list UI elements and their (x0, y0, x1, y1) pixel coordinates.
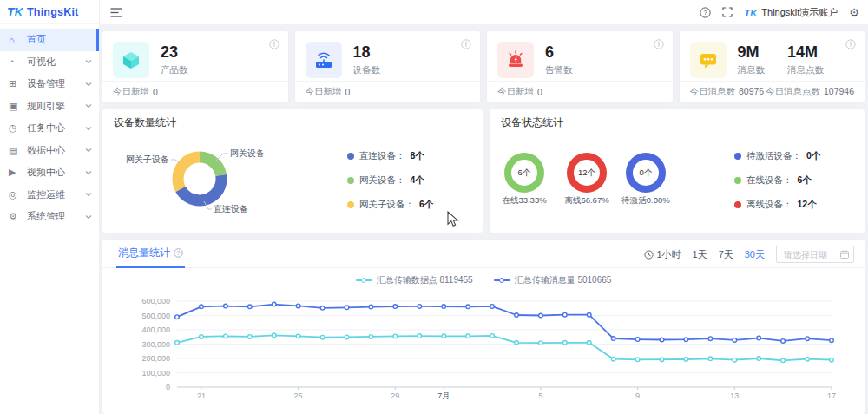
legend-dot (734, 153, 741, 160)
status-ring-0[interactable]: 6个 在线33.33% (504, 153, 544, 207)
sidebar-item-monitor-ops[interactable]: ◎ 监控运维 (0, 184, 99, 207)
info-icon[interactable] (654, 39, 664, 49)
device-count-donut-chart[interactable]: 网关设备直连设备网关子设备 (102, 135, 483, 232)
sidebar-item-visualization[interactable]: ◔ 可视化 (0, 51, 99, 74)
footer-label: 今日新增 (497, 86, 534, 98)
status-ring-2[interactable]: 0个 待激活0.00% (626, 153, 666, 207)
svg-text:17: 17 (827, 391, 836, 400)
svg-text:400,000: 400,000 (141, 325, 170, 334)
collapse-menu-icon[interactable] (110, 8, 122, 17)
calendar-icon (840, 250, 849, 259)
tab-message-stats[interactable]: 消息量统计 ? (116, 239, 185, 268)
thingskit-logo-icon-small: TK (744, 7, 757, 18)
filter-1天[interactable]: 1天 (693, 248, 707, 261)
svg-text:13: 13 (730, 391, 739, 400)
sidebar-item-video-center[interactable]: ▶ 视频中心 (0, 161, 99, 184)
svg-text:0: 0 (166, 383, 170, 391)
question-circle-icon: ? (174, 248, 183, 258)
footer-value: 0 (537, 87, 542, 97)
gear-icon[interactable]: ⚙ (849, 7, 859, 18)
message-line-chart[interactable]: 0100,000200,000300,000400,000500,000600,… (102, 285, 865, 411)
sidebar-item-task-center[interactable]: ◷ 任务中心 (0, 117, 99, 140)
legend-item[interactable]: 网关子设备：6个 (347, 199, 433, 211)
footer-value: 80976 (739, 86, 764, 96)
sidebar-menu: ⌂ 首页◔ 可视化⊞ 设备管理▣ 规则引擎◷ 任务中心▤ 数据中心▶ 视频中心◎… (0, 24, 99, 228)
devices-count: 18 (353, 43, 381, 62)
gateway-icon (306, 42, 342, 78)
filter-7天[interactable]: 7天 (719, 248, 733, 261)
account-menu[interactable]: TK Thingskit演示账户 (744, 6, 838, 19)
svg-text:?: ? (177, 250, 181, 256)
sidebar-item-system-management[interactable]: ⚙ 系统管理 (0, 206, 99, 228)
legend-item[interactable]: 在线设备：6个 (734, 174, 812, 187)
visualization-icon: ◔ (9, 56, 23, 67)
card-devices: 18 设备数 今日新增0 (295, 31, 481, 102)
chevron-down-icon (85, 148, 92, 153)
svg-text:9: 9 (635, 391, 640, 400)
legend-item[interactable]: 离线设备：12个 (734, 199, 817, 211)
svg-text:TK: TK (7, 5, 23, 19)
sidebar-item-device-management[interactable]: ⊞ 设备管理 (0, 73, 99, 95)
cube-icon (113, 42, 149, 78)
device-status-title: 设备状态统计 (490, 109, 865, 135)
info-icon[interactable] (461, 39, 471, 49)
info-icon[interactable] (845, 39, 856, 49)
ring-chart: 6个 (504, 153, 544, 193)
message-icon (690, 42, 727, 78)
message-points-count: 14M (787, 43, 824, 62)
thingskit-logo-icon: TK (7, 5, 23, 19)
ring-chart: 12个 (567, 153, 607, 193)
sidebar-item-rule-engine[interactable]: ▣ 规则引擎 (0, 95, 99, 118)
alarm-icon (497, 42, 534, 78)
date-range-input[interactable] (776, 246, 854, 263)
account-name: Thingskit演示账户 (761, 6, 838, 19)
svg-text:网关设备: 网关设备 (230, 148, 265, 158)
products-label: 产品数 (161, 64, 188, 76)
brand-logo: TK ThingsKit (0, 0, 99, 24)
legend-item[interactable]: 直连设备：8个 (347, 150, 424, 162)
legend-dot (734, 201, 741, 208)
sidebar-item-data-center[interactable]: ▤ 数据中心 (0, 140, 99, 162)
footer-value: 0 (345, 87, 351, 97)
system-icon: ⚙ (9, 211, 23, 222)
task-icon: ◷ (9, 122, 23, 134)
svg-text:25: 25 (294, 391, 303, 400)
help-icon[interactable]: ? (700, 7, 711, 18)
legend-item[interactable]: 网关设备：4个 (347, 174, 424, 187)
svg-text:500,000: 500,000 (141, 312, 170, 320)
status-ring-1[interactable]: 12个 离线66.67% (567, 153, 607, 207)
time-filter-group: 1小时1天7天30天 (644, 246, 854, 263)
top-bar: ? TK Thingskit演示账户 ⚙ (100, 0, 868, 24)
svg-text:600,000: 600,000 (141, 297, 170, 306)
svg-text:29: 29 (391, 391, 399, 400)
footer-value: 0 (153, 87, 158, 97)
svg-text:200,000: 200,000 (141, 354, 170, 363)
svg-text:直连设备: 直连设备 (214, 204, 248, 214)
legend-marker (356, 278, 372, 284)
stat-cards-row: 23 产品数 今日新增0 18 设备数 今日新增0 6 告警数 (102, 31, 865, 102)
message-points-label: 消息点数 (787, 64, 824, 76)
svg-text:TK: TK (745, 7, 758, 17)
products-count: 23 (161, 43, 188, 62)
device-count-title: 设备数量统计 (102, 109, 483, 135)
alarms-label: 告警数 (545, 64, 573, 76)
legend-item[interactable]: 待激活设备：0个 (734, 150, 820, 162)
video-icon: ▶ (9, 167, 23, 178)
card-messages: 9M 消息数 14M 消息点数 今日消息数80976 今日消息点数107946 (680, 31, 865, 102)
sidebar: TK ThingsKit ⌂ 首页◔ 可视化⊞ 设备管理▣ 规则引擎◷ 任务中心… (0, 0, 100, 414)
devices-label: 设备数 (353, 64, 381, 76)
filter-30天[interactable]: 30天 (745, 248, 765, 261)
filter-1小时[interactable]: 1小时 (644, 248, 681, 261)
rule-engine-icon: ▣ (9, 101, 23, 112)
chevron-down-icon (85, 59, 92, 64)
info-icon[interactable] (269, 39, 279, 49)
chevron-down-icon (85, 82, 92, 87)
sidebar-item-home[interactable]: ⌂ 首页 (0, 29, 99, 51)
ring-chart: 0个 (626, 153, 666, 193)
footer-label: 今日消息数 (690, 86, 736, 96)
chevron-down-icon (85, 214, 92, 220)
message-stats-panel: 消息量统计 ? 1小时1天7天30天 汇总传输数据点 8119455汇总传输消息… (102, 240, 865, 414)
svg-text:300,000: 300,000 (141, 340, 170, 349)
fullscreen-icon[interactable] (722, 7, 733, 17)
svg-text:7月: 7月 (437, 391, 450, 400)
